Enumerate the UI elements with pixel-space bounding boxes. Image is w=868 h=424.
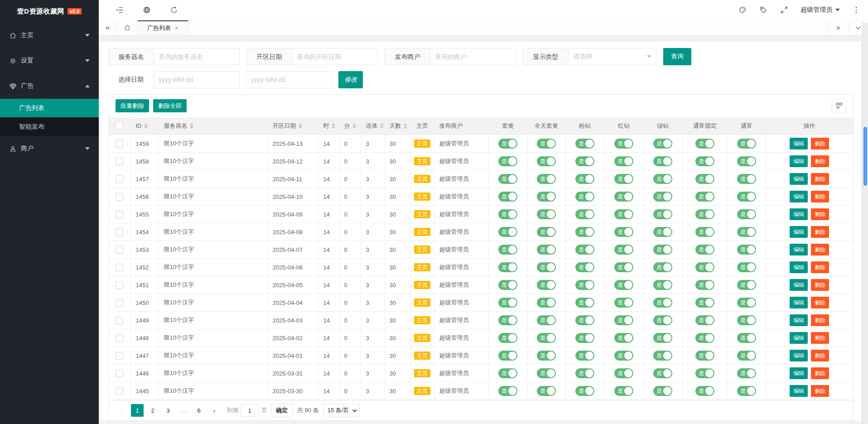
row-checkbox[interactable] xyxy=(116,175,123,183)
toggle-switch-tongxiao[interactable]: 是 xyxy=(737,192,756,202)
toggle-switch-tongxiao-guding[interactable]: 是 xyxy=(695,139,714,149)
toggle-switch-fenzuan[interactable]: 是 xyxy=(575,368,594,378)
toggle-switch-lvzuan[interactable]: 是 xyxy=(653,280,672,290)
toggle-switch-fenzuan[interactable]: 是 xyxy=(575,209,594,219)
home-badge[interactable]: 主页 xyxy=(414,299,430,307)
row-checkbox[interactable] xyxy=(116,264,123,271)
pagination-page-3[interactable]: 3 xyxy=(162,404,174,417)
fullscreen-icon[interactable] xyxy=(780,5,789,14)
toggle-switch-lvzuan[interactable]: 是 xyxy=(653,139,672,149)
toggle-switch-tongxiao-guding[interactable]: 是 xyxy=(695,386,714,396)
toggle-switch-quantian-taohuang[interactable]: 是 xyxy=(537,280,556,290)
home-badge[interactable]: 主页 xyxy=(414,210,430,218)
user-menu[interactable]: 超级管理员 xyxy=(800,6,840,14)
toggle-switch-fenzuan[interactable]: 是 xyxy=(575,156,594,166)
toggle-switch-tongxiao[interactable]: 是 xyxy=(737,262,756,272)
sidebar-item-home[interactable]: 主页 xyxy=(0,23,99,48)
column-header-2[interactable]: 服务器名 xyxy=(159,117,267,135)
toggle-switch-tongxiao-guding[interactable]: 是 xyxy=(695,351,714,361)
toggle-switch-tongxiao[interactable]: 是 xyxy=(737,315,756,325)
pagination-page-1[interactable]: 1 xyxy=(131,404,144,417)
toggle-switch-quantian-taohuang[interactable]: 是 xyxy=(537,315,556,325)
edit-button[interactable]: 编辑 xyxy=(790,226,808,238)
toggle-switch-taohuang[interactable]: 是 xyxy=(498,139,517,149)
toggle-switch-tongxiao-guding[interactable]: 是 xyxy=(695,156,714,166)
close-icon[interactable]: × xyxy=(175,24,178,32)
home-badge[interactable]: 主页 xyxy=(414,193,430,201)
toggle-switch-tongxiao[interactable]: 是 xyxy=(737,333,756,343)
toggle-switch-tongxiao-guding[interactable]: 是 xyxy=(695,333,714,343)
row-checkbox[interactable] xyxy=(116,158,123,165)
sort-icon[interactable] xyxy=(190,123,193,129)
toggle-switch-lvzuan[interactable]: 是 xyxy=(653,386,672,396)
open-date-input[interactable] xyxy=(292,48,378,65)
delete-button[interactable]: 删除 xyxy=(811,332,829,344)
toggle-switch-tongxiao-guding[interactable]: 是 xyxy=(695,209,714,219)
toggle-switch-quantian-taohuang[interactable]: 是 xyxy=(537,262,556,272)
toggle-switch-lvzuan[interactable]: 是 xyxy=(653,192,672,202)
toggle-switch-taohuang[interactable]: 是 xyxy=(498,192,517,202)
delete-button[interactable]: 删除 xyxy=(811,191,829,202)
toggle-switch-lvzuan[interactable]: 是 xyxy=(653,227,672,237)
toggle-switch-tongxiao-guding[interactable]: 是 xyxy=(695,174,714,184)
home-badge[interactable]: 主页 xyxy=(414,263,430,271)
sidebar-item-merchant[interactable]: 商户 xyxy=(0,136,99,161)
select-all-checkbox[interactable] xyxy=(116,122,123,130)
toggle-switch-lvzuan[interactable]: 是 xyxy=(653,298,672,308)
home-badge[interactable]: 主页 xyxy=(414,369,430,377)
pagination-page-6[interactable]: 6 xyxy=(193,404,205,417)
delete-button[interactable]: 删除 xyxy=(811,385,829,397)
toggle-switch-tongxiao[interactable]: 是 xyxy=(737,174,756,184)
sidebar-item-smart-publish[interactable]: 智能发布 xyxy=(0,117,99,136)
toggle-switch-tongxiao-guding[interactable]: 是 xyxy=(695,192,714,202)
sidebar-item-ad-list[interactable]: 广告列表 xyxy=(0,99,99,117)
toggle-switch-lvzuan[interactable]: 是 xyxy=(653,245,672,255)
column-header-4[interactable]: 时 xyxy=(318,117,339,135)
toggle-switch-tongxiao-guding[interactable]: 是 xyxy=(695,315,714,325)
toggle-switch-tongxiao-guding[interactable]: 是 xyxy=(695,245,714,255)
toggle-switch-quantian-taohuang[interactable]: 是 xyxy=(537,174,556,184)
toggle-switch-fenzuan[interactable]: 是 xyxy=(575,245,594,255)
toggle-switch-quantian-taohuang[interactable]: 是 xyxy=(537,351,556,361)
batch-delete-button[interactable]: 批量删除 xyxy=(116,99,149,112)
toggle-switch-tongxiao-guding[interactable]: 是 xyxy=(695,262,714,272)
pagination-prev[interactable]: ‹ xyxy=(116,404,128,417)
toggle-switch-hongzuan[interactable]: 是 xyxy=(614,245,633,255)
toggle-switch-fenzuan[interactable]: 是 xyxy=(575,298,594,308)
tag-icon[interactable] xyxy=(759,5,768,14)
page-size-select[interactable]: 15 条/页 xyxy=(323,404,360,417)
pagination-page-2[interactable]: 2 xyxy=(146,404,159,417)
edit-button[interactable]: 编辑 xyxy=(790,332,808,344)
toggle-switch-lvzuan[interactable]: 是 xyxy=(653,174,672,184)
tab-ad-list[interactable]: 广告列表 × xyxy=(138,20,188,35)
toggle-switch-fenzuan[interactable]: 是 xyxy=(575,192,594,202)
column-header-1[interactable]: ID xyxy=(130,117,159,135)
toggle-switch-quantian-taohuang[interactable]: 是 xyxy=(537,245,556,255)
toggle-switch-hongzuan[interactable]: 是 xyxy=(614,280,633,290)
toggle-switch-taohuang[interactable]: 是 xyxy=(498,262,517,272)
sort-icon[interactable] xyxy=(299,123,302,129)
edit-button[interactable]: 编辑 xyxy=(790,191,808,202)
home-badge[interactable]: 主页 xyxy=(414,281,430,289)
home-badge[interactable]: 主页 xyxy=(414,334,430,342)
row-checkbox[interactable] xyxy=(116,317,123,324)
home-badge[interactable]: 主页 xyxy=(414,175,430,183)
date-end-input[interactable] xyxy=(246,71,332,88)
toggle-switch-tongxiao[interactable]: 是 xyxy=(737,280,756,290)
home-badge[interactable]: 主页 xyxy=(414,387,430,395)
confirm-button[interactable]: 确定 xyxy=(271,404,293,417)
toggle-switch-quantian-taohuang[interactable]: 是 xyxy=(537,298,556,308)
goto-page-input[interactable] xyxy=(241,404,259,417)
tabs-scroll-left-icon[interactable]: « xyxy=(99,20,117,35)
toggle-switch-taohuang[interactable]: 是 xyxy=(498,368,517,378)
toggle-switch-lvzuan[interactable]: 是 xyxy=(653,333,672,343)
edit-button[interactable]: 编辑 xyxy=(790,367,808,379)
toggle-switch-quantian-taohuang[interactable]: 是 xyxy=(537,227,556,237)
row-checkbox[interactable] xyxy=(116,211,123,218)
toggle-switch-lvzuan[interactable]: 是 xyxy=(653,351,672,361)
delete-button[interactable]: 删除 xyxy=(811,297,829,308)
edit-button[interactable]: 编辑 xyxy=(790,208,808,220)
toggle-switch-tongxiao-guding[interactable]: 是 xyxy=(695,280,714,290)
toggle-switch-quantian-taohuang[interactable]: 是 xyxy=(537,209,556,219)
row-checkbox[interactable] xyxy=(116,246,123,254)
